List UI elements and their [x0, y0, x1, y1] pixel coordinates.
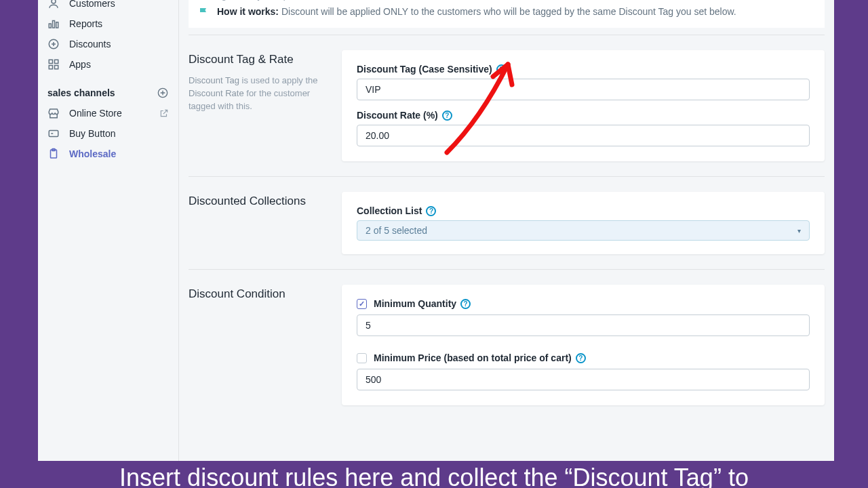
svg-rect-6 — [55, 60, 58, 63]
section-description: Discount Tag is used to apply the Discou… — [189, 75, 323, 113]
sidebar-item-label: Apps — [69, 59, 91, 70]
sidebar-item-customers[interactable]: Customers — [38, 0, 178, 14]
sidebar-item-label: Discounts — [69, 39, 111, 49]
card-condition: Minimum Quantity ? Minimum Price (based … — [342, 285, 825, 405]
store-icon — [47, 107, 60, 119]
svg-rect-5 — [49, 60, 52, 63]
help-icon[interactable]: ? — [496, 64, 507, 75]
label-discount-tag: Discount Tag (Case Sensitive) ? — [357, 64, 810, 75]
section-discounted-collections: Discounted Collections Collection List ?… — [189, 176, 825, 269]
svg-rect-3 — [56, 22, 58, 28]
external-link-icon[interactable] — [159, 108, 169, 118]
sidebar-item-label: Customers — [69, 0, 115, 9]
apps-icon — [47, 58, 60, 70]
sidebar-section-label: sales channels — [47, 87, 115, 98]
help-icon[interactable]: ? — [442, 110, 452, 121]
svg-rect-7 — [49, 66, 52, 69]
sidebar-item-wholesale[interactable]: Wholesale — [38, 144, 178, 164]
svg-rect-10 — [49, 131, 58, 137]
app-window: Customers Reports Discounts Apps sales c… — [38, 0, 834, 461]
help-icon[interactable]: ? — [460, 299, 471, 309]
select-value: 2 of 5 selected — [366, 225, 427, 236]
flag-icon — [198, 6, 210, 18]
help-icon[interactable]: ? — [576, 353, 586, 363]
collection-list-select[interactable]: 2 of 5 selected ▾ — [357, 220, 810, 241]
section-title: Discounted Collections — [189, 195, 323, 208]
svg-rect-2 — [53, 21, 55, 28]
checkbox-min-price[interactable] — [357, 353, 367, 363]
label-min-price: Minimum Price (based on total price of c… — [374, 352, 586, 363]
person-icon — [47, 0, 60, 9]
sidebar-section-channels: sales channels — [38, 75, 178, 103]
svg-point-0 — [52, 0, 56, 3]
chevron-updown-icon: ▾ — [797, 227, 801, 235]
label-min-qty: Minimum Quantity ? — [374, 298, 471, 309]
section-title: Discount Condition — [189, 287, 323, 301]
discount-tag-input[interactable] — [357, 79, 810, 100]
sidebar-item-label: Buy Button — [69, 128, 116, 139]
sidebar-item-label: Online Store — [69, 108, 122, 119]
intro-panel: this tag who buys the product of selecte… — [189, 0, 825, 28]
sidebar-item-discounts[interactable]: Discounts — [38, 34, 178, 54]
main-content: this tag who buys the product of selecte… — [179, 0, 834, 461]
buy-button-icon — [47, 127, 60, 140]
card-tag-rate: Discount Tag (Case Sensitive) ? Discount… — [342, 50, 825, 161]
svg-rect-8 — [55, 66, 58, 69]
min-price-input[interactable] — [357, 369, 810, 390]
sidebar: Customers Reports Discounts Apps sales c… — [38, 0, 179, 461]
checkbox-min-qty[interactable] — [357, 299, 367, 309]
section-discount-condition: Discount Condition Minimum Quantity ? Mi… — [189, 269, 825, 420]
intro-truncated: this tag who buys the product of selecte… — [198, 0, 815, 1]
min-qty-input[interactable] — [357, 314, 810, 336]
sidebar-item-online-store[interactable]: Online Store — [38, 103, 178, 123]
add-channel-button[interactable] — [157, 87, 169, 99]
discount-rate-input[interactable] — [357, 125, 810, 146]
bar-chart-icon — [47, 18, 60, 30]
section-discount-tag-rate: Discount Tag & Rate Discount Tag is used… — [189, 35, 825, 176]
clipboard-icon — [47, 148, 60, 160]
how-it-works-text: How it works: Discount will be applied O… — [217, 6, 736, 17]
help-icon[interactable]: ? — [426, 206, 436, 216]
sidebar-item-reports[interactable]: Reports — [38, 14, 178, 34]
label-discount-rate: Discount Rate (%) ? — [357, 110, 810, 121]
svg-rect-1 — [49, 24, 51, 28]
sidebar-item-label: Reports — [69, 18, 102, 29]
tag-icon — [47, 38, 60, 50]
label-collection-list: Collection List ? — [357, 205, 810, 216]
sidebar-item-apps[interactable]: Apps — [38, 54, 178, 75]
card-collections: Collection List ? 2 of 5 selected ▾ — [342, 192, 825, 254]
section-title: Discount Tag & Rate — [189, 53, 323, 66]
slide-caption: Insert discount rules here and collect t… — [0, 459, 868, 488]
sidebar-item-label: Wholesale — [69, 148, 116, 159]
sidebar-item-buy-button[interactable]: Buy Button — [38, 123, 178, 144]
